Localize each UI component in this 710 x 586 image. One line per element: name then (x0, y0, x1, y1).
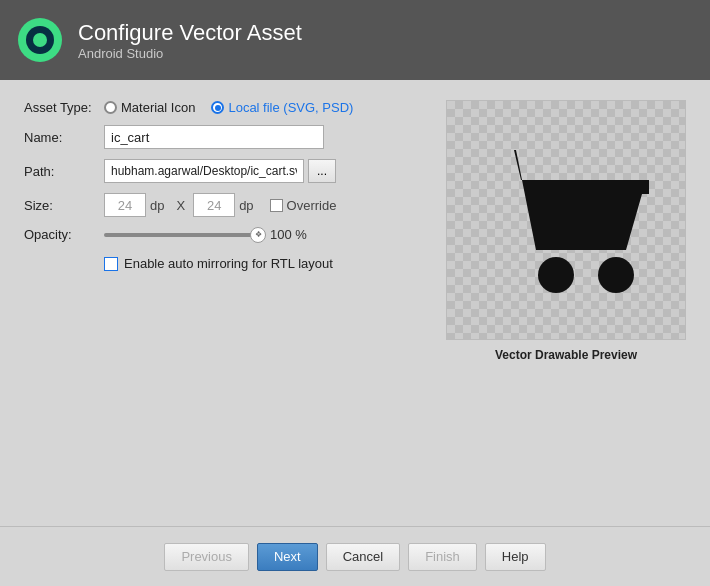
opacity-slider-thumb[interactable]: ❖ (250, 227, 266, 243)
header-text: Configure Vector Asset Android Studio (78, 20, 302, 61)
override-container: Override (270, 198, 337, 213)
path-row: Path: ... (24, 159, 426, 183)
material-icon-label: Material Icon (121, 100, 195, 115)
svg-rect-4 (38, 54, 42, 60)
preview-canvas (446, 100, 686, 340)
mirror-checkbox[interactable] (104, 257, 118, 271)
opacity-thumb-icon: ❖ (255, 230, 262, 239)
size-height-input[interactable] (193, 193, 235, 217)
mirror-row: Enable auto mirroring for RTL layout (104, 256, 426, 271)
svg-rect-3 (38, 20, 42, 26)
svg-rect-5 (534, 180, 649, 194)
name-input[interactable] (104, 125, 324, 149)
path-input[interactable] (104, 159, 304, 183)
size-label: Size: (24, 198, 104, 213)
asset-type-options: Material Icon Local file (SVG, PSD) (104, 100, 353, 115)
help-button[interactable]: Help (485, 543, 546, 571)
android-studio-icon (16, 16, 64, 64)
svg-point-6 (538, 257, 574, 293)
header-subtitle: Android Studio (78, 46, 302, 61)
local-file-radio[interactable] (211, 101, 224, 114)
material-icon-option[interactable]: Material Icon (104, 100, 195, 115)
override-label: Override (287, 198, 337, 213)
asset-type-label: Asset Type: (24, 100, 104, 115)
material-radio[interactable] (104, 101, 117, 114)
local-file-option[interactable]: Local file (SVG, PSD) (211, 100, 353, 115)
footer: Previous Next Cancel Finish Help (0, 526, 710, 586)
path-label: Path: (24, 164, 104, 179)
local-file-label: Local file (SVG, PSD) (228, 100, 353, 115)
finish-button[interactable]: Finish (408, 543, 477, 571)
name-row: Name: (24, 125, 426, 149)
size-width-input[interactable] (104, 193, 146, 217)
name-label: Name: (24, 130, 104, 145)
header: Configure Vector Asset Android Studio (0, 0, 710, 80)
asset-type-row: Asset Type: Material Icon Local file (SV… (24, 100, 426, 115)
path-container: ... (104, 159, 336, 183)
size-unit-h: dp (239, 198, 253, 213)
opacity-value: 100 % (270, 227, 307, 242)
preview-label: Vector Drawable Preview (495, 348, 637, 362)
size-x-separator: X (176, 198, 185, 213)
size-container: dp X dp Override (104, 193, 336, 217)
cart-preview-svg (466, 120, 666, 320)
svg-point-7 (598, 257, 634, 293)
opacity-slider-fill (104, 233, 264, 237)
opacity-row: Opacity: ❖ 100 % (24, 227, 426, 242)
previous-button[interactable]: Previous (164, 543, 249, 571)
form-area: Asset Type: Material Icon Local file (SV… (24, 100, 426, 506)
opacity-label: Opacity: (24, 227, 104, 242)
opacity-slider-track[interactable]: ❖ (104, 233, 264, 237)
main-content: Asset Type: Material Icon Local file (SV… (0, 80, 710, 526)
size-row: Size: dp X dp Override (24, 193, 426, 217)
next-button[interactable]: Next (257, 543, 318, 571)
mirror-label: Enable auto mirroring for RTL layout (124, 256, 333, 271)
header-title: Configure Vector Asset (78, 20, 302, 46)
svg-point-2 (33, 33, 47, 47)
override-checkbox[interactable] (270, 199, 283, 212)
cancel-button[interactable]: Cancel (326, 543, 400, 571)
preview-area: Vector Drawable Preview (446, 100, 686, 506)
size-unit-w: dp (150, 198, 164, 213)
browse-button[interactable]: ... (308, 159, 336, 183)
opacity-container: ❖ 100 % (104, 227, 307, 242)
